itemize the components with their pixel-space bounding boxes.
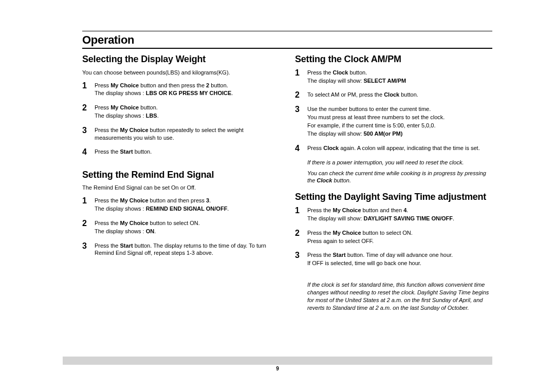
section-intro: You can choose between pounds(LBS) and k… xyxy=(82,69,280,77)
step-number: 2 xyxy=(295,229,302,237)
right-column: Setting the Clock AM/PM 1 Press the Cloc… xyxy=(295,54,492,311)
step: 3 Press the Start button. Time of day wi… xyxy=(295,251,492,268)
step-body: Press My Choice button and then press th… xyxy=(95,82,280,98)
step: 4 Press Clock again. A colon will appear… xyxy=(295,144,492,153)
section-title: Setting the Clock AM/PM xyxy=(295,54,492,65)
left-column: Selecting the Display Weight You can cho… xyxy=(82,54,280,311)
page-number: 9 xyxy=(63,366,492,371)
rule-header-underline xyxy=(82,48,492,49)
step: 3 Press the Start button. The display re… xyxy=(82,242,280,257)
two-column-layout: Selecting the Display Weight You can cho… xyxy=(82,54,492,311)
step: 2 Press the My Choice button to select O… xyxy=(82,219,280,236)
note-text: You can check the current time while coo… xyxy=(307,170,492,185)
note-text: If the clock is set for standard time, t… xyxy=(307,281,492,311)
step-body: Press the My Choice button to select ON.… xyxy=(307,229,492,246)
step: 1 Press the My Choice button and then 4.… xyxy=(295,207,492,223)
step-body: Press the My Choice button and then pres… xyxy=(95,197,280,213)
step-body: To select AM or PM, press the Clock butt… xyxy=(307,91,492,99)
step-body: Press the Start button. The display retu… xyxy=(95,242,280,257)
step-number: 3 xyxy=(82,126,89,135)
step: 2 Press the My Choice button to select O… xyxy=(295,229,492,246)
section-intro: The Remind End Signal can be set On or O… xyxy=(82,184,280,192)
step-number: 3 xyxy=(82,242,89,250)
step-body: Press My Choice button. The display show… xyxy=(95,104,280,120)
step-number: 1 xyxy=(295,207,302,215)
step-body: Press the Start button. xyxy=(95,148,280,156)
step: 3 Use the number buttons to enter the cu… xyxy=(295,105,492,138)
section-title: Setting the Remind End Signal xyxy=(82,170,280,180)
step-body: Press the Clock button. The display will… xyxy=(307,69,492,85)
step-body: Press Clock again. A colon will appear, … xyxy=(307,144,492,152)
rule-top xyxy=(82,31,492,31)
note-text: If there is a power interruption, you wi… xyxy=(307,159,492,166)
step-number: 3 xyxy=(295,251,302,259)
page-header: Operation xyxy=(82,33,492,47)
step: 2 To select AM or PM, press the Clock bu… xyxy=(295,91,492,99)
step-body: Press the My Choice button repeatedly to… xyxy=(95,126,280,142)
step-number: 1 xyxy=(295,69,302,77)
step: 1 Press My Choice button and then press … xyxy=(82,82,280,98)
step-body: Use the number buttons to enter the curr… xyxy=(307,105,492,138)
step-body: Press the Start button. Time of day will… xyxy=(307,251,492,268)
step-number: 2 xyxy=(295,91,302,99)
step-number: 1 xyxy=(82,197,89,205)
step-number: 1 xyxy=(82,82,89,90)
step-body: Press the My Choice button to select ON.… xyxy=(95,219,280,236)
document-page: Operation Selecting the Display Weight Y… xyxy=(0,0,555,392)
step-number: 2 xyxy=(82,104,89,112)
footer: 9 xyxy=(63,357,492,371)
step: 1 Press the Clock button. The display wi… xyxy=(295,69,492,85)
step: 3 Press the My Choice button repeatedly … xyxy=(82,126,280,142)
step-number: 4 xyxy=(295,144,302,153)
step: 2 Press My Choice button. The display sh… xyxy=(82,104,280,120)
section-title: Setting the Daylight Saving Time adjustm… xyxy=(295,192,492,202)
section-title: Selecting the Display Weight xyxy=(82,54,280,65)
step-body: Press the My Choice button and then 4. T… xyxy=(307,207,492,223)
step: 4 Press the Start button. xyxy=(82,148,280,156)
step-number: 4 xyxy=(82,148,89,156)
step-number: 3 xyxy=(295,105,302,114)
footer-bar xyxy=(63,357,492,365)
step: 1 Press the My Choice button and then pr… xyxy=(82,197,280,213)
step-number: 2 xyxy=(82,219,89,228)
